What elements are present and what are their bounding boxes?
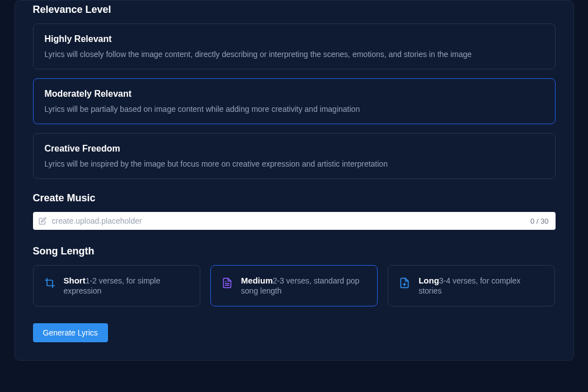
crop-icon [44, 277, 56, 289]
length-option-medium[interactable]: Medium2-3 verses, standard pop song leng… [210, 265, 378, 306]
relevance-option-highly[interactable]: Highly Relevant Lyrics will closely foll… [33, 23, 556, 69]
relevance-option-desc: Lyrics will closely follow the image con… [45, 50, 544, 59]
file-plus-icon [398, 277, 411, 289]
length-option-long[interactable]: Long3-4 verses, for complex stories [388, 265, 555, 306]
relevance-option-desc: Lyrics will be inspired by the image but… [45, 159, 544, 168]
length-title: Long [418, 276, 439, 285]
file-text-icon [221, 277, 233, 289]
relevance-option-title: Creative Freedom [45, 144, 544, 154]
relevance-heading: Relevance Level [33, 4, 556, 16]
generate-button[interactable]: Generate Lyrics [33, 323, 108, 342]
length-title: Medium [241, 276, 273, 285]
char-counter: 0 / 30 [530, 217, 549, 225]
relevance-option-title: Highly Relevant [45, 34, 544, 44]
settings-panel: Relevance Level Highly Relevant Lyrics w… [15, 0, 574, 361]
length-title: Short [64, 276, 86, 285]
relevance-option-creative[interactable]: Creative Freedom Lyrics will be inspired… [33, 133, 556, 179]
create-music-input[interactable] [33, 212, 556, 230]
relevance-option-title: Moderately Relevant [45, 89, 544, 99]
song-length-row: Short1-2 verses, for simple expression M… [33, 265, 556, 306]
edit-icon [39, 217, 46, 225]
create-music-heading: Create Music [33, 192, 556, 204]
relevance-option-desc: Lyrics will be partially based on image … [45, 105, 544, 114]
create-music-input-wrap: 0 / 30 [33, 212, 556, 230]
song-length-heading: Song Length [33, 245, 556, 257]
length-option-short[interactable]: Short1-2 verses, for simple expression [33, 265, 200, 306]
relevance-option-moderately[interactable]: Moderately Relevant Lyrics will be parti… [33, 78, 556, 124]
